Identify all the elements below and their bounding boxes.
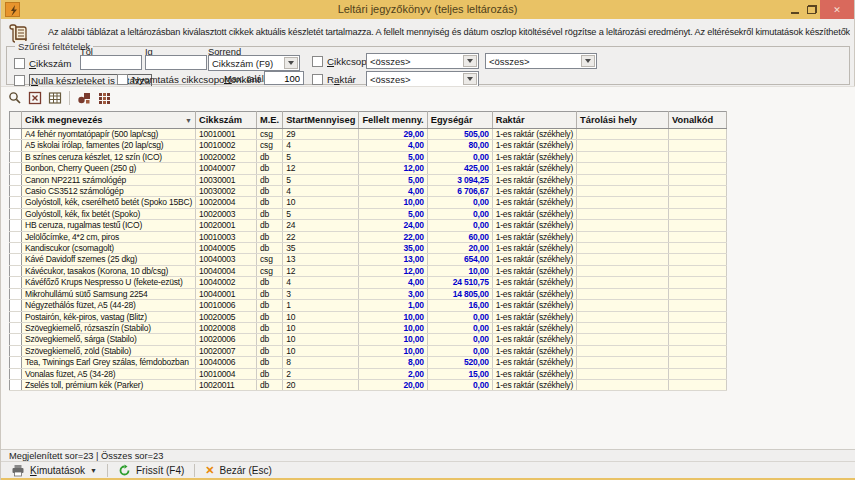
table-row[interactable]: Szövegkiemelő, zöld (Stabilo)10020007db1… <box>10 345 727 356</box>
restore-button[interactable] <box>803 0 820 19</box>
cell-found[interactable]: 22,00 <box>359 231 427 242</box>
table-grid-icon[interactable] <box>47 90 63 106</box>
row-selector[interactable] <box>10 288 22 299</box>
row-selector[interactable] <box>10 231 22 242</box>
row-selector[interactable] <box>10 208 22 219</box>
table-row[interactable]: Vonalas füzet, A5 (34-28)10010004db22,00… <box>10 368 727 379</box>
cell-found[interactable]: 29,00 <box>359 129 427 140</box>
row-selector[interactable] <box>10 220 22 231</box>
cell-found[interactable]: 20,00 <box>359 379 427 390</box>
cell-found[interactable]: 10,00 <box>359 322 427 333</box>
cell-found[interactable]: 4,00 <box>359 186 427 197</box>
row-selector[interactable] <box>10 368 22 379</box>
cell-found[interactable]: 13,00 <box>359 254 427 265</box>
row-selector[interactable] <box>10 300 22 311</box>
cell-found[interactable]: 4,00 <box>359 140 427 151</box>
table-row[interactable]: Négyzethálós füzet, A5 (44-28)10010006db… <box>10 300 727 311</box>
row-selector[interactable] <box>10 334 22 345</box>
table-row[interactable]: A5 iskolai írólap, famentes (20 lap/csg)… <box>10 140 727 151</box>
sorrend-dropdown[interactable]: Cikkszám (F9) <box>208 55 300 71</box>
column-header-start[interactable]: StartMennyiseg <box>283 112 359 129</box>
table-row[interactable]: Bonbon, Cherry Queen (250 g)10040007db12… <box>10 163 727 174</box>
row-selector[interactable] <box>10 129 22 140</box>
cell-found[interactable]: 10,00 <box>359 345 427 356</box>
column-header-warehouse[interactable]: Raktár <box>492 112 576 129</box>
cell-found[interactable]: 5,00 <box>359 208 427 219</box>
kimutatasok-button[interactable]: Kimutatások ▼ <box>7 464 101 477</box>
row-selector[interactable] <box>10 277 22 288</box>
row-selector[interactable] <box>10 163 22 174</box>
cell-found[interactable]: 5,00 <box>359 151 427 162</box>
column-header-name[interactable]: Cikk megnevezés▼ <box>22 112 196 129</box>
tol-input[interactable] <box>80 55 142 70</box>
column-header-barcode[interactable]: Vonalkód <box>669 112 727 129</box>
bezar-button[interactable]: ✕ Bezár (Esc) <box>201 464 275 477</box>
row-selector[interactable] <box>10 265 22 276</box>
row-selector[interactable] <box>10 254 22 265</box>
row-selector[interactable] <box>10 345 22 356</box>
cell-found[interactable]: 12,00 <box>359 163 427 174</box>
search-icon[interactable] <box>7 90 23 106</box>
cell-found[interactable]: 24,00 <box>359 220 427 231</box>
pivot-icon[interactable] <box>76 90 92 106</box>
row-selector[interactable] <box>10 197 22 208</box>
table-row[interactable]: A4 fehér nyomtatópapír (500 lap/csg)1001… <box>10 129 727 140</box>
cikkcsoport-dropdown[interactable]: <összes> <box>366 53 479 69</box>
grid-columns-icon[interactable] <box>96 90 112 106</box>
table-row[interactable]: Golyóstoll, kék, cserélhető betét (Spoko… <box>10 197 727 208</box>
row-selector[interactable] <box>10 357 22 368</box>
column-header-unit[interactable]: M.E. <box>257 112 283 129</box>
chevron-down-icon[interactable] <box>284 57 298 69</box>
table-row[interactable]: B színes ceruza készlet, 12 szín (ICO)10… <box>10 151 727 162</box>
chevron-down-icon[interactable] <box>581 55 595 67</box>
cell-found[interactable]: 1,00 <box>359 300 427 311</box>
cell-found[interactable]: 12,00 <box>359 265 427 276</box>
table-row[interactable]: Szövegkiemelő, sárga (Stabilo)10020006db… <box>10 334 727 345</box>
row-selector[interactable] <box>10 322 22 333</box>
table-row[interactable]: Kávécukor, tasakos (Korona, 10 db/csg)10… <box>10 265 727 276</box>
row-selector[interactable] <box>10 140 22 151</box>
row-selector[interactable] <box>10 174 22 185</box>
row-selector[interactable] <box>10 311 22 322</box>
row-selector[interactable] <box>10 151 22 162</box>
row-selector[interactable] <box>10 379 22 390</box>
cell-found[interactable]: 10,00 <box>359 334 427 345</box>
minimize-button[interactable] <box>786 0 803 19</box>
table-row[interactable]: Kávéfőző Krups Nespresso U (fekete-ezüst… <box>10 277 727 288</box>
table-row[interactable]: Zselés toll, prémium kék (Parker)1002001… <box>10 379 727 390</box>
frissit-button[interactable]: Frissít (F4) <box>114 464 188 477</box>
cell-found[interactable]: 35,00 <box>359 243 427 254</box>
ig-input[interactable] <box>145 55 207 70</box>
row-selector[interactable] <box>10 243 22 254</box>
table-row[interactable]: Postairón, kék-piros, vastag (Blitz)1002… <box>10 311 727 322</box>
checkbox-raktar[interactable]: Raktár <box>312 74 356 85</box>
cell-found[interactable]: 2,00 <box>359 368 427 379</box>
cikkcsoport-secondary-dropdown[interactable]: <összes> <box>485 53 597 69</box>
cell-found[interactable]: 3,00 <box>359 288 427 299</box>
table-row[interactable]: Golyóstoll, kék, fix betét (Spoko)100200… <box>10 208 727 219</box>
column-header-code[interactable]: Cikkszám <box>196 112 257 129</box>
table-row[interactable]: Tea, Twinings Earl Grey szálas, fémdoboz… <box>10 357 727 368</box>
chevron-down-icon[interactable] <box>463 73 477 85</box>
table-row[interactable]: Canon NP2211 számológép10030001db55,003 … <box>10 174 727 185</box>
cell-found[interactable]: 10,00 <box>359 197 427 208</box>
column-header-storage[interactable]: Tárolási hely <box>577 112 669 129</box>
close-button[interactable]: ✕ <box>820 0 854 19</box>
table-row[interactable]: Szövegkiemelő, rózsaszín (Stabilo)100200… <box>10 322 727 333</box>
cell-found[interactable]: 10,00 <box>359 311 427 322</box>
column-header-price[interactable]: Egységár <box>427 112 492 129</box>
excel-export-icon[interactable] <box>27 90 43 106</box>
table-row[interactable]: Kávé Davidoff szemes (25 dkg)10040003csg… <box>10 254 727 265</box>
table-row[interactable]: Jelölőcímke, 4*2 cm, piros10010003db2222… <box>10 231 727 242</box>
table-row[interactable]: Kandiscukor (csomagolt)10040005db3535,00… <box>10 243 727 254</box>
table-row[interactable]: Casio CS3512 számológép10030002db44,006 … <box>10 186 727 197</box>
column-header-found[interactable]: Fellelt menny. <box>359 112 427 129</box>
table-row[interactable]: HB ceruza, rugalmas testű (ICO)10020001d… <box>10 220 727 231</box>
cell-found[interactable]: 5,00 <box>359 174 427 185</box>
checkbox-cikkszam[interactable]: Cikkszám <box>14 58 71 69</box>
cell-found[interactable]: 4,00 <box>359 277 427 288</box>
raktar-dropdown[interactable]: <összes> <box>366 71 479 87</box>
max-talalat-input[interactable] <box>264 71 304 85</box>
table-row[interactable]: Mikrohullámú sütő Samsung 225410040001db… <box>10 288 727 299</box>
cell-found[interactable]: 8,00 <box>359 357 427 368</box>
